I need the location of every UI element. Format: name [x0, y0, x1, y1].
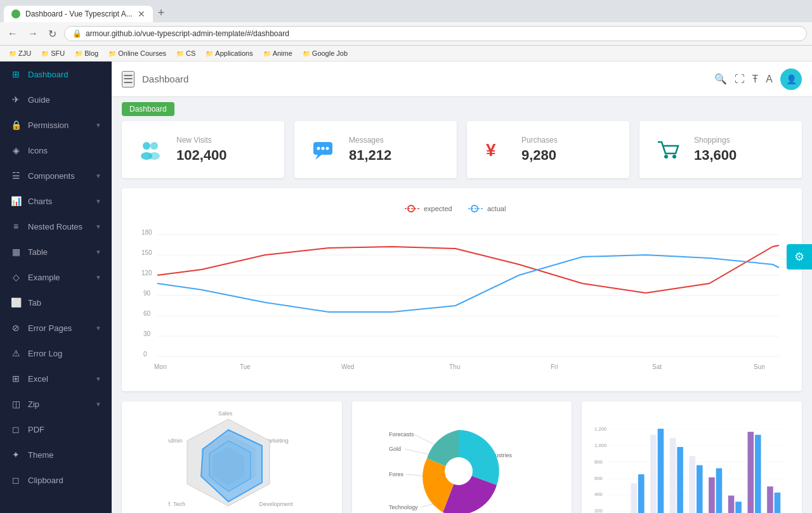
- sidebar: ⊞ Dashboard ✈ Guide 🔒 Permission ▼ ◈ Ico…: [0, 62, 112, 513]
- chevron-down-icon: ▼: [95, 122, 102, 129]
- tab-favicon: [11, 10, 20, 18]
- text-size-button[interactable]: Ŧ: [752, 74, 759, 85]
- active-tab[interactable]: Dashboard - Vue Typescript A... ✕: [4, 6, 153, 22]
- chevron-down-icon: ▼: [95, 274, 102, 281]
- bookmark-folder-icon: 📁: [9, 50, 16, 57]
- sidebar-item-components[interactable]: ☱ Components ▼: [0, 163, 112, 188]
- sidebar-item-theme[interactable]: ✦ Theme: [0, 442, 112, 467]
- sidebar-item-guide[interactable]: ✈ Guide: [0, 87, 112, 112]
- bookmark-cs[interactable]: 📁CS: [173, 48, 199, 58]
- expected-line: [157, 245, 779, 293]
- new-tab-button[interactable]: +: [153, 4, 170, 22]
- svg-text:1,200: 1,200: [594, 426, 606, 432]
- sidebar-item-icon-pdf: ◻: [10, 424, 22, 434]
- line-chart-container: expected actual 0 30 60 90 120 150 180: [134, 201, 789, 379]
- sidebar-item-label-pdf: PDF: [28, 425, 102, 434]
- sidebar-item-pdf[interactable]: ◻ PDF: [0, 417, 112, 442]
- sidebar-item-charts[interactable]: 📊 Charts ▼: [0, 188, 112, 214]
- bottom-charts-grid: Sales Marketing Development Customer Sup…: [122, 401, 802, 513]
- sidebar-item-icons[interactable]: ◈ Icons: [0, 138, 112, 163]
- bookmark-anime[interactable]: 📁Anime: [259, 48, 296, 58]
- sidebar-item-clipboard[interactable]: ◻ Clipboard: [0, 467, 112, 493]
- browser-chrome: Dashboard - Vue Typescript A... ✕ + ← → …: [0, 0, 812, 62]
- bookmark-folder-icon: 📁: [206, 50, 213, 57]
- sidebar-item-nested-routes[interactable]: ≡ Nested Routes ▼: [0, 214, 112, 239]
- bar-5b: [697, 465, 703, 513]
- svg-text:Inf. Tech: Inf. Tech: [168, 501, 185, 507]
- stat-value: 9,280: [521, 147, 558, 164]
- tab-close-btn[interactable]: ✕: [138, 9, 145, 19]
- fullscreen-button[interactable]: ⛶: [735, 74, 745, 85]
- tab-title: Dashboard - Vue Typescript A...: [25, 10, 133, 18]
- svg-text:60: 60: [143, 310, 151, 317]
- sidebar-item-label-clipboard: Clipboard: [28, 476, 102, 485]
- stat-card-new-visits: New Visits 102,400: [122, 121, 284, 178]
- bookmark-folder-icon: 📁: [75, 50, 82, 57]
- svg-text:Technology: Technology: [389, 504, 418, 510]
- sidebar-item-icon-guide: ✈: [10, 94, 22, 105]
- stat-info-messages: Messages 81,212: [349, 136, 391, 164]
- bar-3b: [658, 429, 664, 513]
- svg-point-3: [148, 152, 160, 160]
- sidebar-item-icon-icons: ◈: [10, 145, 22, 155]
- bookmarks-bar: 📁ZJU📁SFU📁Blog📁Online Courses📁CS📁Applicat…: [0, 46, 812, 62]
- stats-grid: New Visits 102,400 Messages 81,212 ¥ Pur…: [122, 121, 802, 178]
- sidebar-item-dashboard[interactable]: ⊞ Dashboard: [0, 62, 112, 87]
- svg-text:90: 90: [143, 290, 151, 297]
- sidebar-item-icon-error-log: ⚠: [10, 348, 22, 358]
- stat-icon-messages: [307, 134, 339, 166]
- sidebar-item-tab[interactable]: ⬜ Tab: [0, 290, 112, 315]
- url-text: armour.github.io/vue-typescript-admin-te…: [86, 29, 289, 38]
- bar-chart-svg: 0 200 400 600 800 1,000 1,200: [594, 414, 789, 513]
- app-container: ⊞ Dashboard ✈ Guide 🔒 Permission ▼ ◈ Ico…: [0, 62, 812, 513]
- sidebar-item-icon-permission: 🔒: [10, 120, 22, 130]
- bookmark-label: Anime: [273, 49, 292, 57]
- radar-chart-container: Sales Marketing Development Customer Sup…: [134, 414, 329, 513]
- chevron-down-icon: ▼: [95, 401, 102, 408]
- bookmark-google-job[interactable]: 📁Google Job: [299, 48, 351, 58]
- sidebar-item-error-log[interactable]: ⚠ Error Log: [0, 341, 112, 366]
- settings-fab-button[interactable]: ⚙: [787, 244, 812, 269]
- sidebar-item-example[interactable]: ◇ Example ▼: [0, 264, 112, 290]
- sidebar-item-label-charts: Charts: [28, 197, 89, 206]
- stat-info-shoppings: Shoppings 13,600: [694, 136, 737, 164]
- sidebar-item-error-pages[interactable]: ⊘ Error Pages ▼: [0, 315, 112, 341]
- language-button[interactable]: A: [766, 74, 773, 85]
- sidebar-item-label-guide: Guide: [28, 95, 102, 105]
- bookmark-zju[interactable]: 📁ZJU: [5, 48, 35, 58]
- sidebar-item-icon-charts: 📊: [10, 196, 22, 206]
- bookmark-folder-icon: 📁: [263, 50, 271, 57]
- sidebar-item-icon-table: ▦: [10, 247, 22, 257]
- stat-card-messages: Messages 81,212: [294, 121, 457, 178]
- sidebar-item-excel[interactable]: ⊞ Excel ▼: [0, 366, 112, 391]
- svg-text:Development: Development: [259, 501, 294, 507]
- svg-text:Admin: Admin: [168, 438, 183, 444]
- search-button[interactable]: 🔍: [714, 73, 727, 85]
- sidebar-item-table[interactable]: ▦ Table ▼: [0, 239, 112, 264]
- sidebar-item-label-zip: Zip: [28, 399, 89, 409]
- bookmark-online-courses[interactable]: 📁Online Courses: [105, 48, 170, 58]
- stat-icon-shoppings: [652, 134, 684, 166]
- back-button[interactable]: ←: [5, 27, 20, 41]
- sidebar-item-label-error-pages: Error Pages: [28, 323, 89, 333]
- stat-icon-purchases: ¥: [480, 134, 511, 166]
- svg-text:Fri: Fri: [551, 363, 558, 370]
- hamburger-menu-button[interactable]: ☰: [122, 71, 134, 88]
- sidebar-item-label-permission: Permission: [28, 120, 89, 130]
- address-bar[interactable]: 🔒 armour.github.io/vue-typescript-admin-…: [64, 26, 807, 41]
- bookmark-blog[interactable]: 📁Blog: [71, 48, 102, 58]
- content-area: New Visits 102,400 Messages 81,212 ¥ Pur…: [112, 121, 812, 513]
- sidebar-item-zip[interactable]: ◫ Zip ▼: [0, 391, 112, 417]
- radar-chart-svg: Sales Marketing Development Customer Sup…: [168, 408, 295, 513]
- svg-text:150: 150: [141, 249, 152, 256]
- reload-button[interactable]: ↻: [46, 27, 59, 41]
- sidebar-item-permission[interactable]: 🔒 Permission ▼: [0, 112, 112, 138]
- forward-button[interactable]: →: [25, 27, 41, 41]
- user-avatar-button[interactable]: 👤: [780, 68, 802, 90]
- bookmark-applications[interactable]: 📁Applications: [202, 48, 256, 58]
- bookmark-folder-icon: 📁: [303, 50, 310, 57]
- bookmark-sfu[interactable]: 📁SFU: [37, 48, 69, 58]
- legend-expected-label: expected: [424, 205, 452, 212]
- stat-label: Messages: [349, 136, 391, 145]
- sidebar-item-label-icons: Icons: [28, 146, 102, 155]
